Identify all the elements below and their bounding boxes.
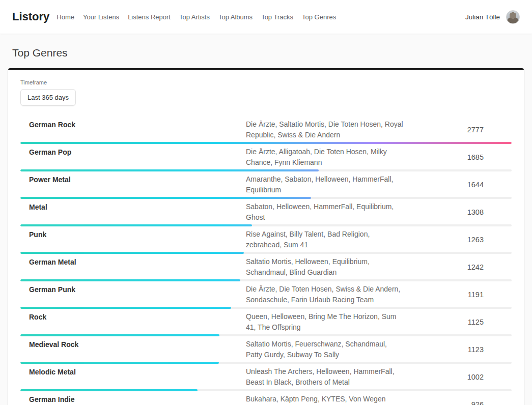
nav-link-home[interactable]: Home (57, 13, 74, 21)
genre-artists: Unleash The Archers, Helloween, HammerFa… (246, 366, 404, 388)
genre-name: German Punk (20, 284, 246, 295)
genre-bar (20, 197, 311, 199)
genre-row: Medieval RockSaltatio Mortis, Feuerschwa… (20, 339, 512, 364)
top-genres-card: Timeframe Last 365 days German RockDie Ä… (8, 68, 524, 405)
genre-row: Melodic MetalUnleash The Archers, Hellow… (20, 366, 512, 391)
genre-artists: Bukahara, Käptn Peng, KYTES, Von Wegen L… (246, 394, 404, 405)
genre-name: Rock (20, 311, 246, 323)
timeframe-select[interactable]: Last 365 days (20, 89, 76, 106)
genre-count: 926 (471, 400, 512, 405)
nav-link-top-tracks[interactable]: Top Tracks (261, 13, 293, 21)
genre-count: 2777 (467, 126, 512, 134)
nav-link-your-listens[interactable]: Your Listens (83, 13, 119, 21)
nav-link-top-genres[interactable]: Top Genres (302, 13, 336, 21)
genre-bar (20, 142, 512, 144)
nav-link-top-artists[interactable]: Top Artists (179, 13, 210, 21)
genre-bar-track (20, 197, 512, 199)
genre-bar (20, 252, 244, 254)
page-title: Top Genres (12, 47, 532, 59)
genre-count: 1242 (467, 263, 512, 271)
genre-artists: Sabaton, Helloween, HammerFall, Equilibr… (246, 201, 404, 223)
main-content: Top Genres Timeframe Last 365 days Germa… (0, 47, 532, 405)
genre-row: German RockDie Ärzte, Saltatio Mortis, D… (20, 119, 512, 144)
genre-count: 1002 (467, 373, 512, 381)
genre-name: German Rock (20, 119, 246, 130)
user-name: Julian Tölle (465, 13, 500, 21)
genre-bar-track (20, 362, 512, 364)
genre-artists: Die Ärzte, Saltatio Mortis, Die Toten Ho… (246, 119, 404, 140)
user-menu: Julian Tölle (465, 10, 520, 24)
genre-count: 1191 (468, 291, 512, 299)
genre-count: 1123 (468, 345, 512, 354)
timeframe-label: Timeframe (20, 79, 512, 85)
card-body: Timeframe Last 365 days German RockDie Ä… (8, 70, 524, 405)
genre-artists: Die Ärzte, Alligatoah, Die Toten Hosen, … (246, 147, 404, 168)
genre-bar-track (20, 279, 512, 281)
genre-count: 1644 (467, 181, 512, 189)
genre-row: German PopDie Ärzte, Alligatoah, Die Tot… (20, 147, 512, 171)
genre-bar (20, 169, 319, 171)
genre-row: Power MetalAmaranthe, Sabaton, Helloween… (20, 174, 512, 199)
genre-list: German RockDie Ärzte, Saltatio Mortis, D… (20, 119, 512, 405)
genre-name: Metal (20, 201, 246, 213)
genre-row: PunkRise Against, Billy Talent, Bad Reli… (20, 229, 512, 254)
nav-link-top-albums[interactable]: Top Albums (218, 13, 253, 21)
genre-bar-track (20, 389, 512, 391)
genre-bar-track (20, 169, 512, 171)
genre-bar (20, 389, 198, 391)
genre-count: 1125 (468, 318, 512, 326)
genre-artists: Saltatio Mortis, Helloween, Equilibrium,… (246, 256, 404, 278)
genre-count: 1308 (467, 208, 512, 216)
genre-bar (20, 279, 240, 281)
genre-row: German MetalSaltatio Mortis, Helloween, … (20, 256, 512, 281)
nav-links: HomeYour ListensListens ReportTop Artist… (57, 13, 465, 21)
user-avatar[interactable] (506, 10, 520, 24)
timeframe-section: Timeframe Last 365 days (20, 79, 512, 106)
genre-bar-track (20, 252, 512, 254)
genre-name: Punk (20, 229, 246, 240)
genre-bar-track (20, 224, 512, 226)
genre-name: German Indie (20, 394, 246, 405)
genre-name: Medieval Rock (20, 339, 246, 350)
genre-bar-track (20, 307, 512, 309)
genre-artists: Saltatio Mortis, Feuerschwanz, Schandmau… (246, 339, 404, 360)
genre-row: German PunkDie Ärzte, Die Toten Hosen, S… (20, 284, 512, 309)
genre-bar (20, 362, 219, 364)
genre-row: MetalSabaton, Helloween, HammerFall, Equ… (20, 201, 512, 226)
genre-artists: Die Ärzte, Die Toten Hosen, Swiss & Die … (246, 284, 404, 305)
genre-count: 1263 (467, 236, 512, 244)
genre-name: Melodic Metal (20, 366, 246, 378)
genre-name: Power Metal (20, 174, 246, 185)
genre-artists: Amaranthe, Sabaton, Helloween, HammerFal… (246, 174, 404, 195)
genre-bar (20, 307, 231, 309)
navbar: Listory HomeYour ListensListens ReportTo… (0, 0, 532, 34)
genre-bar (20, 224, 252, 226)
genre-name: German Metal (20, 256, 246, 268)
genre-artists: Queen, Helloween, Bring Me The Horizon, … (246, 311, 404, 333)
brand-logo[interactable]: Listory (12, 10, 49, 23)
genre-name: German Pop (20, 147, 246, 158)
genre-row: German IndieBukahara, Käptn Peng, KYTES,… (20, 394, 512, 405)
nav-link-listens-report[interactable]: Listens Report (128, 13, 171, 21)
genre-bar (20, 334, 219, 336)
genre-row: RockQueen, Helloween, Bring Me The Horiz… (20, 311, 512, 336)
genre-artists: Rise Against, Billy Talent, Bad Religion… (246, 229, 404, 250)
genre-bar-track (20, 142, 512, 144)
genre-bar-track (20, 334, 512, 336)
genre-count: 1685 (467, 153, 512, 161)
